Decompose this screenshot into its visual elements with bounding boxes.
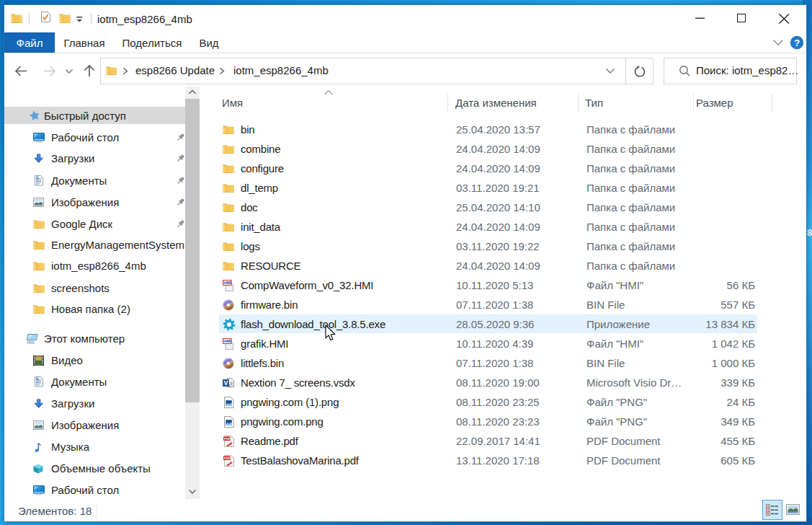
svg-text:PDF: PDF (224, 437, 231, 441)
svg-text:HMI: HMI (223, 339, 231, 343)
svg-text:V: V (223, 379, 228, 387)
svg-text:?: ? (794, 38, 800, 48)
svg-text:PDF: PDF (224, 456, 231, 460)
svg-text:HMI: HMI (223, 281, 231, 285)
